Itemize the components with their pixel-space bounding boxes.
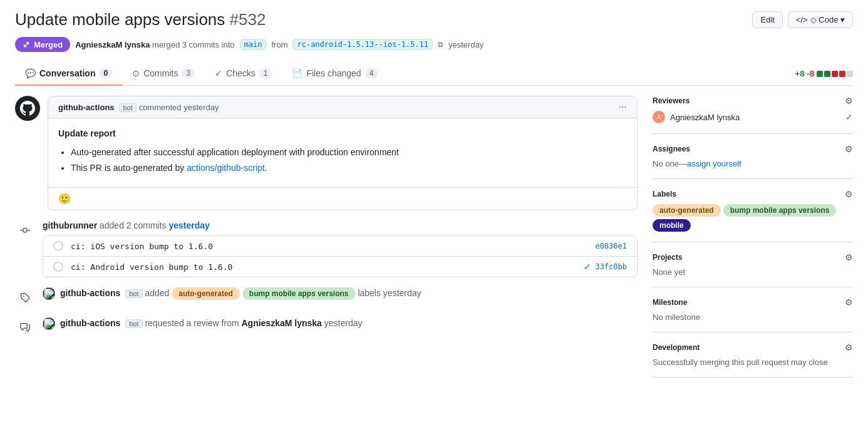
code-button[interactable]: </> ◇ Code ▾ (788, 11, 853, 28)
tab-files-count: 4 (365, 68, 378, 78)
commit-message-1: ci: iOS version bump to 1.6.0 (71, 242, 595, 251)
development-gear-icon[interactable]: ⚙ (845, 342, 853, 352)
commit-row-2: ci: Android version bump to 1.6.0 ✓ 33fc… (43, 257, 637, 277)
edit-button[interactable]: Edit (752, 11, 782, 28)
milestone-gear-icon[interactable]: ⚙ (845, 297, 853, 307)
labels-timeline-content: github-actions bot added auto-generated … (43, 287, 638, 300)
comment-time: commented yesterday (139, 103, 219, 112)
assignees-header: Assignees ⚙ (653, 144, 853, 154)
milestone-none-text: No milestone (653, 312, 853, 322)
sidebar-label-autogen[interactable]: auto-generated (653, 204, 721, 217)
code-icon: </> (796, 15, 808, 24)
copy-icon[interactable]: ⧉ (438, 40, 443, 49)
diff-bar (817, 71, 853, 77)
githubrunner-link[interactable]: githubrunner (43, 220, 97, 230)
labels-timeline-text: github-actions bot added auto-generated … (43, 287, 638, 300)
source-branch[interactable]: rc-android-1.5.13--ios-1.5.11 (292, 39, 433, 50)
review-timeline-text: github-actions bot requested a review fr… (43, 317, 638, 330)
sidebar: Reviewers ⚙ A AgnieszkaM lynska ✓ Assign… (653, 96, 853, 378)
commit-dot-1 (53, 241, 63, 251)
reviewer-name[interactable]: AgnieszkaM lynska (670, 113, 740, 122)
commits-icon: ⊙ (132, 68, 140, 78)
comment-header-left: github-actions bot commented yesterday (58, 102, 219, 112)
comment-wrapper: github-actions bot commented yesterday ·… (15, 96, 638, 210)
review-timeline-content: github-actions bot requested a review fr… (43, 317, 638, 330)
comment-footer: 🙂 (48, 187, 637, 210)
commits-timeline-icon (15, 220, 35, 240)
comment-bullet-2: This PR is auto-generated by actions/git… (71, 162, 627, 175)
comment-author[interactable]: github-actions (58, 103, 115, 112)
development-title: Development (653, 343, 700, 352)
merged-label: Merged (34, 40, 63, 49)
tab-commits-label: Commits (143, 68, 178, 78)
assignees-gear-icon[interactable]: ⚙ (845, 144, 853, 154)
milestone-title: Milestone (653, 298, 687, 307)
labels-header: Labels ⚙ (653, 189, 853, 199)
tab-files-changed[interactable]: 📄 Files changed 4 (282, 62, 388, 86)
commit-dot-2 (53, 262, 63, 272)
sidebar-label-bump[interactable]: bump mobile apps versions (723, 204, 837, 217)
commits-timeline-content: githubrunner added 2 commits yesterday c… (43, 220, 638, 277)
tab-conversation-label: Conversation (39, 68, 95, 78)
assign-yourself-link[interactable]: assign yourself (687, 159, 741, 168)
comment-header: github-actions bot commented yesterday ·… (48, 96, 637, 118)
projects-header: Projects ⚙ (653, 252, 853, 262)
reviewer-avatar: A (653, 111, 665, 123)
diff-sq-green-1 (817, 71, 823, 77)
bot-badge: bot (119, 103, 136, 112)
meta-author[interactable]: AgnieszkaM lynska (75, 40, 150, 49)
comment-box: github-actions bot commented yesterday ·… (48, 96, 638, 210)
commit-sha-1[interactable]: e0836e1 (595, 242, 627, 250)
sidebar-development: Development ⚙ Successfully merging this … (653, 332, 853, 378)
sidebar-label-mobile[interactable]: mobile (653, 219, 691, 232)
content-column: github-actions bot commented yesterday ·… (15, 96, 638, 378)
github-script-link[interactable]: actions/github-script (187, 163, 265, 173)
tab-checks-count: 1 (259, 68, 272, 78)
github-actions-avatar-label (43, 287, 55, 300)
merged-badge: ⤢ Merged (15, 37, 70, 52)
pr-title-text: Update mobile apps versions (15, 10, 225, 29)
label-bump-mobile[interactable]: bump mobile apps versions (242, 287, 356, 300)
diff-sq-green-2 (824, 71, 830, 77)
milestone-header: Milestone ⚙ (653, 297, 853, 307)
tabs-bar: 💬 Conversation 0 ⊙ Commits 3 ✓ Checks 1 … (15, 62, 853, 86)
meta-time: yesterday (448, 40, 483, 49)
emoji-react-button[interactable]: 🙂 (58, 193, 71, 205)
labels-title: Labels (653, 190, 676, 198)
checks-icon: ✓ (215, 68, 222, 78)
header-actions: Edit </> ◇ Code ▾ (752, 11, 853, 28)
bot-badge-labels: bot (125, 289, 142, 298)
pr-number: #532 (230, 10, 266, 29)
diff-deletions: -8 (807, 69, 814, 78)
github-actions-review-actor[interactable]: github-actions (60, 318, 120, 328)
development-header: Development ⚙ (653, 342, 853, 352)
projects-gear-icon[interactable]: ⚙ (845, 252, 853, 262)
reviewer-requested[interactable]: AgnieszkaM lynska (241, 318, 321, 328)
development-text: Successfully merging this pull request m… (653, 357, 853, 367)
pr-title: Update mobile apps versions #532 (15, 10, 266, 29)
comment-bullet-1: Auto-generated after successful applicat… (71, 146, 627, 159)
sidebar-milestone: Milestone ⚙ No milestone (653, 287, 853, 332)
label-autogenerated[interactable]: auto-generated (172, 287, 240, 300)
commits-time-link[interactable]: yesterday (169, 220, 210, 230)
target-branch[interactable]: main (240, 39, 267, 50)
timeline-item-commits: githubrunner added 2 commits yesterday c… (15, 220, 638, 277)
bot-badge-review: bot (125, 319, 142, 328)
reviewer-row: A AgnieszkaM lynska ✓ (653, 111, 853, 123)
diff-sq-red-2 (839, 71, 845, 77)
comment-menu-button[interactable]: ··· (619, 101, 627, 113)
github-actions-label-actor[interactable]: github-actions (60, 288, 120, 298)
labels-gear-icon[interactable]: ⚙ (845, 189, 853, 199)
pr-meta: ⤢ Merged AgnieszkaM lynska merged 3 comm… (15, 37, 853, 52)
commit-row-1: ci: iOS version bump to 1.6.0 e0836e1 (43, 236, 637, 257)
tab-conversation-count: 0 (99, 68, 112, 78)
timeline-item-review: github-actions bot requested a review fr… (15, 317, 638, 337)
comment-title: Update report (58, 128, 627, 138)
tab-commits[interactable]: ⊙ Commits 3 (122, 62, 205, 86)
reviewers-gear-icon[interactable]: ⚙ (845, 96, 853, 106)
diff-sq-gray-1 (847, 71, 853, 77)
comment-list: Auto-generated after successful applicat… (58, 146, 627, 175)
tab-checks[interactable]: ✓ Checks 1 (205, 62, 282, 86)
commit-sha-2[interactable]: 33fc0bb (595, 262, 627, 271)
tab-conversation[interactable]: 💬 Conversation 0 (15, 62, 122, 86)
